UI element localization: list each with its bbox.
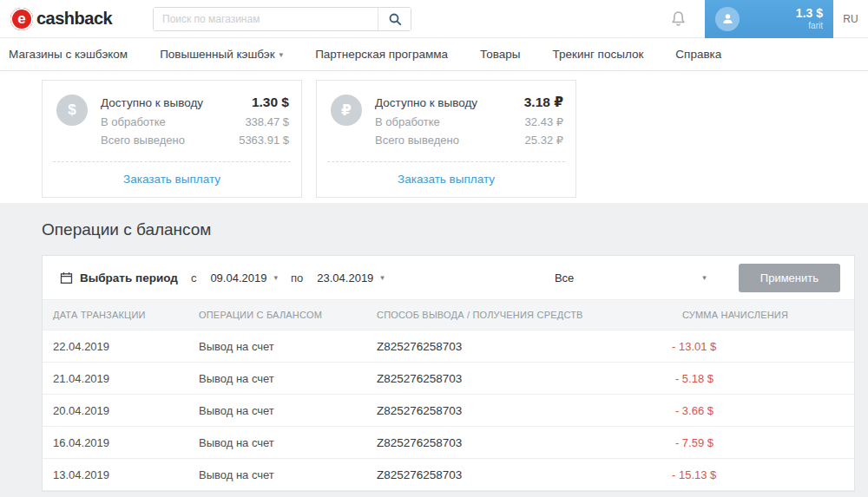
balance-value: 5363.91 $ bbox=[239, 134, 289, 147]
column-header-operation: ОПЕРАЦИИ С БАЛАНСОМ bbox=[188, 310, 366, 320]
table-row: 21.04.2019 Вывод на счет Z825276258703 -… bbox=[43, 363, 854, 395]
card-rows: Доступно к выводу 3.18 ₽ В обработке 32.… bbox=[375, 95, 563, 154]
date-from-value: 09.04.2019 bbox=[210, 271, 266, 284]
nav-item-goods[interactable]: Товары bbox=[480, 48, 520, 61]
table-row: 22.04.2019 Вывод на счет Z825276258703 -… bbox=[43, 330, 854, 363]
transaction-date: 20.04.2019 bbox=[43, 404, 188, 417]
filter-bar: Выбрать период с 09.04.2019 ▾ по 23.04.2… bbox=[43, 256, 854, 299]
to-label: по bbox=[291, 271, 303, 284]
withdrawal-method: Z825276258703 bbox=[366, 340, 672, 353]
balance-card-rub: ₽ Доступно к выводу 3.18 ₽ В обработке 3… bbox=[316, 80, 576, 198]
from-label: с bbox=[191, 271, 197, 284]
balance-label: Доступно к выводу bbox=[101, 96, 203, 109]
operation-type-select[interactable]: Все ▾ bbox=[555, 271, 707, 284]
apply-button[interactable]: Применить bbox=[739, 264, 840, 292]
transaction-date: 16.04.2019 bbox=[43, 436, 188, 449]
nav-item-increased-cashback[interactable]: Повышенный кэшбэк▾ bbox=[160, 48, 283, 61]
balance-row-withdrawn: Всего выведено 25.32 ₽ bbox=[375, 134, 563, 147]
balance-row-processing: В обработке 338.47 $ bbox=[101, 115, 289, 128]
chevron-down-icon: ▾ bbox=[273, 273, 278, 282]
balance-value: 1.30 $ bbox=[252, 95, 289, 110]
chevron-down-icon: ▾ bbox=[702, 273, 707, 282]
logo-text: cashback bbox=[36, 9, 112, 29]
user-badge[interactable]: 1.3 $ farit bbox=[705, 0, 833, 38]
date-from-select[interactable]: 09.04.2019 ▾ bbox=[210, 271, 278, 284]
logo[interactable]: e cashback bbox=[10, 8, 141, 30]
balance-label: В обработке bbox=[375, 115, 440, 128]
logo-icon: e bbox=[10, 8, 33, 30]
balance-value: 25.32 ₽ bbox=[525, 134, 563, 147]
amount: - 13.01 $ bbox=[672, 340, 857, 353]
card-top: ₽ Доступно к выводу 3.18 ₽ В обработке 3… bbox=[317, 81, 575, 161]
search-input[interactable] bbox=[154, 8, 378, 30]
withdrawal-method: Z825276258703 bbox=[366, 436, 672, 449]
amount: - 15.13 $ bbox=[672, 468, 857, 481]
operation-type: Вывод на счет bbox=[188, 404, 366, 417]
balance-card-usd: $ Доступно к выводу 1.30 $ В обработке 3… bbox=[42, 80, 302, 198]
table-row: 13.04.2019 Вывод на счет Z825276258703 -… bbox=[43, 459, 854, 491]
dollar-currency-icon: $ bbox=[56, 95, 88, 126]
operation-type: Вывод на счет bbox=[188, 468, 366, 481]
search-box bbox=[153, 7, 411, 31]
calendar-icon bbox=[60, 271, 73, 284]
transaction-date: 22.04.2019 bbox=[43, 340, 188, 353]
balance-label: Всего выведено bbox=[375, 134, 459, 147]
date-to-value: 23.04.2019 bbox=[317, 271, 373, 284]
balance-row-withdrawn: Всего выведено 5363.91 $ bbox=[101, 134, 289, 147]
language-selector[interactable]: RU bbox=[833, 13, 868, 25]
nav-item-help[interactable]: Справка bbox=[675, 48, 721, 61]
request-payout-link[interactable]: Заказать выплату bbox=[317, 162, 575, 197]
balance-label: Всего выведено bbox=[101, 134, 185, 147]
request-payout-link[interactable]: Заказать выплату bbox=[43, 162, 301, 197]
balance-row-available: Доступно к выводу 3.18 ₽ bbox=[375, 95, 563, 110]
table-row: 16.04.2019 Вывод на счет Z825276258703 -… bbox=[43, 427, 854, 459]
operation-type: Вывод на счет bbox=[188, 436, 366, 449]
page-title: Операции с балансом bbox=[42, 220, 868, 239]
balance-cards-band: $ Доступно к выводу 1.30 $ В обработке 3… bbox=[0, 71, 868, 203]
card-top: $ Доступно к выводу 1.30 $ В обработке 3… bbox=[43, 81, 301, 161]
transaction-date: 21.04.2019 bbox=[43, 372, 188, 385]
nav-item-parcel-tracking[interactable]: Трекинг посылок bbox=[553, 48, 644, 61]
balance-value: 3.18 ₽ bbox=[524, 95, 563, 110]
nav-item-partner-program[interactable]: Партнерская программа bbox=[315, 48, 448, 61]
operations-panel: Выбрать период с 09.04.2019 ▾ по 23.04.2… bbox=[42, 255, 855, 492]
column-header-method: СПОСОБ ВЫВОДА / ПОЛУЧЕНИЯ СРЕДСТВ bbox=[366, 310, 672, 320]
date-to-select[interactable]: 23.04.2019 ▾ bbox=[317, 271, 385, 284]
operation-type-value: Все bbox=[555, 271, 574, 284]
user-balance: 1.3 $ bbox=[796, 7, 823, 20]
notifications-bell-icon[interactable] bbox=[671, 10, 686, 27]
withdrawal-method: Z825276258703 bbox=[366, 372, 672, 385]
balance-label: В обработке bbox=[101, 115, 166, 128]
balance-row-processing: В обработке 32.43 ₽ bbox=[375, 115, 563, 128]
table-row: 20.04.2019 Вывод на счет Z825276258703 -… bbox=[43, 395, 854, 427]
period-label: Выбрать период bbox=[80, 271, 178, 284]
withdrawal-method: Z825276258703 bbox=[366, 468, 672, 481]
search-icon[interactable] bbox=[378, 8, 411, 30]
table-header-row: ДАТА ТРАНЗАКЦИИ ОПЕРАЦИИ С БАЛАНСОМ СПОС… bbox=[43, 299, 854, 330]
balance-label: Доступно к выводу bbox=[375, 96, 477, 109]
balance-value: 338.47 $ bbox=[245, 115, 289, 128]
balance-value: 32.43 ₽ bbox=[525, 115, 563, 128]
operation-type: Вывод на счет bbox=[188, 372, 366, 385]
nav-item-label: Повышенный кэшбэк bbox=[160, 48, 274, 61]
nav-item-shops[interactable]: Магазины с кэшбэком bbox=[9, 48, 128, 61]
chevron-down-icon: ▾ bbox=[380, 273, 385, 282]
avatar bbox=[715, 7, 740, 31]
transaction-date: 13.04.2019 bbox=[43, 468, 188, 481]
card-rows: Доступно к выводу 1.30 $ В обработке 338… bbox=[101, 95, 289, 154]
user-meta: 1.3 $ farit bbox=[796, 7, 823, 29]
operation-type: Вывод на счет bbox=[188, 340, 366, 353]
amount: - 3.66 $ bbox=[672, 404, 854, 417]
amount: - 7.59 $ bbox=[672, 436, 854, 449]
chevron-down-icon: ▾ bbox=[279, 50, 284, 59]
user-name: farit bbox=[796, 21, 823, 30]
amount: - 5.18 $ bbox=[672, 372, 854, 385]
balance-row-available: Доступно к выводу 1.30 $ bbox=[101, 95, 289, 110]
header: e cashback 1.3 $ farit RU bbox=[0, 0, 868, 38]
main-nav: Магазины с кэшбэком Повышенный кэшбэк▾ П… bbox=[0, 38, 868, 71]
withdrawal-method: Z825276258703 bbox=[366, 404, 672, 417]
logo-letter: e bbox=[17, 10, 25, 28]
column-header-date: ДАТА ТРАНЗАКЦИИ bbox=[43, 310, 188, 320]
ruble-currency-icon: ₽ bbox=[331, 95, 362, 126]
column-header-amount: СУММА НАЧИСЛЕНИЯ bbox=[672, 310, 854, 320]
